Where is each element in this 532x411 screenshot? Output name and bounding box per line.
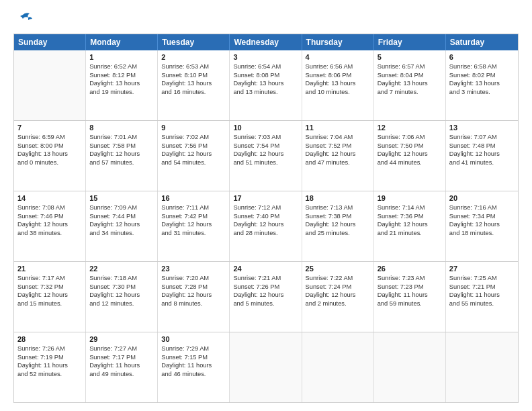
- cell-line: Sunset: 7:15 PM: [161, 353, 226, 362]
- cal-day-28: 28Sunrise: 7:26 AMSunset: 7:19 PMDayligh…: [14, 332, 86, 402]
- cal-day-4: 4Sunrise: 6:56 AMSunset: 8:06 PMDaylight…: [302, 50, 374, 120]
- day-number: 29: [89, 335, 154, 343]
- day-number: 8: [89, 124, 154, 132]
- cal-empty-0-0: [14, 50, 86, 120]
- day-number: 1: [89, 53, 154, 61]
- cal-day-17: 17Sunrise: 7:12 AMSunset: 7:40 PMDayligh…: [230, 191, 302, 261]
- cell-line: Daylight: 13 hours: [306, 79, 370, 88]
- calendar: SundayMondayTuesdayWednesdayThursdayFrid…: [13, 34, 519, 403]
- cell-line: Daylight: 13 hours: [161, 79, 226, 88]
- cell-line: Daylight: 12 hours: [449, 220, 515, 229]
- cell-line: Sunset: 7:19 PM: [17, 353, 82, 362]
- cell-line: Daylight: 12 hours: [17, 291, 82, 300]
- cell-line: Sunrise: 7:22 AM: [306, 274, 370, 283]
- cell-line: and 21 minutes.: [378, 229, 442, 238]
- day-number: 28: [17, 335, 82, 343]
- cell-line: and 54 minutes.: [161, 158, 226, 167]
- cell-line: Sunrise: 7:29 AM: [161, 345, 226, 353]
- cell-line: Daylight: 11 hours: [161, 361, 226, 370]
- cell-line: Daylight: 11 hours: [378, 291, 442, 300]
- cell-line: Sunrise: 7:04 AM: [306, 133, 370, 142]
- logo-icon: [13, 12, 32, 27]
- day-number: 5: [378, 53, 442, 61]
- cal-empty-4-3: [230, 332, 302, 402]
- cell-line: Daylight: 12 hours: [378, 220, 442, 229]
- cell-line: Sunset: 7:44 PM: [89, 212, 154, 221]
- day-number: 27: [449, 265, 515, 273]
- cell-line: and 52 minutes.: [17, 370, 82, 379]
- cell-line: Sunrise: 7:13 AM: [306, 203, 370, 212]
- cell-line: Sunset: 7:34 PM: [449, 212, 515, 221]
- cell-line: and 19 minutes.: [89, 88, 154, 97]
- cell-line: Sunrise: 7:09 AM: [89, 203, 154, 212]
- cell-line: Daylight: 12 hours: [306, 150, 370, 158]
- cell-line: Daylight: 12 hours: [306, 291, 370, 300]
- cal-day-5: 5Sunrise: 6:57 AMSunset: 8:04 PMDaylight…: [374, 50, 446, 120]
- day-number: 4: [306, 53, 370, 61]
- cell-line: Sunrise: 7:02 AM: [161, 133, 226, 142]
- cal-day-16: 16Sunrise: 7:11 AMSunset: 7:42 PMDayligh…: [158, 191, 230, 261]
- day-header-tuesday: Tuesday: [158, 34, 230, 50]
- calendar-week-3: 14Sunrise: 7:08 AMSunset: 7:46 PMDayligh…: [14, 191, 518, 261]
- calendar-week-2: 7Sunrise: 6:59 AMSunset: 8:00 PMDaylight…: [14, 120, 518, 191]
- cell-line: Sunrise: 7:20 AM: [161, 274, 226, 283]
- cell-line: Sunrise: 6:52 AM: [89, 62, 154, 71]
- cell-line: Sunrise: 7:01 AM: [89, 133, 154, 142]
- cell-line: Daylight: 13 hours: [378, 79, 442, 88]
- cell-line: Daylight: 12 hours: [161, 150, 226, 158]
- cal-day-6: 6Sunrise: 6:58 AMSunset: 8:02 PMDaylight…: [446, 50, 518, 120]
- cal-day-22: 22Sunrise: 7:18 AMSunset: 7:30 PMDayligh…: [86, 262, 158, 332]
- cell-line: and 34 minutes.: [89, 229, 154, 238]
- cell-line: Sunset: 7:38 PM: [306, 212, 370, 221]
- cell-line: Daylight: 12 hours: [89, 220, 154, 229]
- cal-day-3: 3Sunrise: 6:54 AMSunset: 8:08 PMDaylight…: [230, 50, 302, 120]
- cell-line: Sunset: 7:42 PM: [161, 212, 226, 221]
- cell-line: Sunrise: 6:53 AM: [161, 62, 226, 71]
- cell-line: Sunrise: 7:18 AM: [89, 274, 154, 283]
- cell-line: Sunset: 7:40 PM: [233, 212, 298, 221]
- day-header-wednesday: Wednesday: [230, 34, 302, 50]
- cell-line: Sunset: 7:56 PM: [161, 142, 226, 150]
- cell-line: Daylight: 12 hours: [161, 220, 226, 229]
- cell-line: and 7 minutes.: [378, 88, 442, 97]
- cell-line: Sunset: 8:04 PM: [378, 71, 442, 80]
- cell-line: Daylight: 13 hours: [233, 79, 298, 88]
- cell-line: and 44 minutes.: [378, 158, 442, 167]
- day-header-sunday: Sunday: [14, 34, 86, 50]
- cell-line: Sunset: 8:08 PM: [233, 71, 298, 80]
- cal-day-30: 30Sunrise: 7:29 AMSunset: 7:15 PMDayligh…: [158, 332, 230, 402]
- cell-line: and 8 minutes.: [161, 300, 226, 308]
- cell-line: Daylight: 12 hours: [233, 291, 298, 300]
- cell-line: Sunrise: 7:12 AM: [233, 203, 298, 212]
- day-header-thursday: Thursday: [302, 34, 374, 50]
- day-number: 13: [449, 124, 515, 132]
- cal-day-12: 12Sunrise: 7:06 AMSunset: 7:50 PMDayligh…: [374, 121, 446, 191]
- day-number: 15: [89, 194, 154, 202]
- day-number: 11: [306, 124, 370, 132]
- cal-day-15: 15Sunrise: 7:09 AMSunset: 7:44 PMDayligh…: [86, 191, 158, 261]
- cell-line: and 47 minutes.: [306, 158, 370, 167]
- cell-line: Sunrise: 7:17 AM: [17, 274, 82, 283]
- cell-line: Sunrise: 7:25 AM: [449, 274, 515, 283]
- day-number: 19: [378, 194, 442, 202]
- day-number: 12: [378, 124, 442, 132]
- cal-empty-4-4: [302, 332, 374, 402]
- cell-line: Sunrise: 7:06 AM: [378, 133, 442, 142]
- cell-line: and 5 minutes.: [233, 300, 298, 308]
- day-number: 2: [161, 53, 226, 61]
- cell-line: Sunrise: 7:03 AM: [233, 133, 298, 142]
- cell-line: and 12 minutes.: [89, 300, 154, 308]
- cal-day-11: 11Sunrise: 7:04 AMSunset: 7:52 PMDayligh…: [302, 121, 374, 191]
- cal-day-2: 2Sunrise: 6:53 AMSunset: 8:10 PMDaylight…: [158, 50, 230, 120]
- cell-line: Sunset: 7:58 PM: [89, 142, 154, 150]
- cell-line: Daylight: 12 hours: [161, 291, 226, 300]
- cell-line: Sunrise: 7:14 AM: [378, 203, 442, 212]
- day-number: 9: [161, 124, 226, 132]
- cell-line: Daylight: 11 hours: [89, 361, 154, 370]
- day-number: 21: [17, 265, 82, 273]
- cell-line: and 31 minutes.: [161, 229, 226, 238]
- cell-line: Sunrise: 7:21 AM: [233, 274, 298, 283]
- cell-line: Sunset: 7:48 PM: [449, 142, 515, 150]
- cal-day-14: 14Sunrise: 7:08 AMSunset: 7:46 PMDayligh…: [14, 191, 86, 261]
- cell-line: Sunrise: 7:11 AM: [161, 203, 226, 212]
